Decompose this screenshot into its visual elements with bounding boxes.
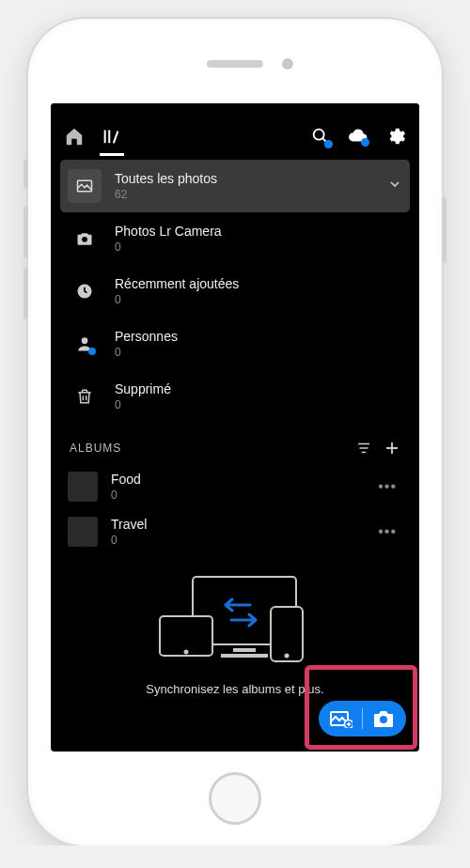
album-more-icon[interactable]: ••• bbox=[372, 478, 402, 495]
collection-lr-camera[interactable]: Photos Lr Camera 0 bbox=[60, 212, 410, 265]
collection-count: 0 bbox=[115, 240, 402, 254]
trash-icon bbox=[68, 380, 102, 413]
collection-deleted[interactable]: Supprimé 0 bbox=[60, 370, 410, 423]
phone-speaker bbox=[207, 60, 263, 68]
collection-title: Récemment ajoutées bbox=[115, 276, 402, 291]
svg-point-9 bbox=[184, 650, 189, 655]
app-screen: Toutes les photos 62 Photos Lr Camera 0 bbox=[51, 103, 419, 752]
sort-icon[interactable] bbox=[355, 440, 372, 457]
album-title: Travel bbox=[111, 517, 359, 532]
chevron-down-icon[interactable] bbox=[387, 177, 402, 195]
content-area: Toutes les photos 62 Photos Lr Camera 0 bbox=[51, 154, 419, 752]
sync-illustration bbox=[150, 571, 320, 674]
svg-point-4 bbox=[82, 337, 88, 344]
phone-front-camera bbox=[282, 58, 293, 70]
image-icon bbox=[68, 169, 102, 203]
home-button[interactable] bbox=[209, 772, 261, 825]
camera-icon bbox=[68, 222, 102, 256]
collection-recent[interactable]: Récemment ajoutées 0 bbox=[60, 265, 410, 318]
clock-icon bbox=[68, 274, 102, 308]
svg-point-14 bbox=[380, 716, 387, 723]
albums-section-header: ALBUMS bbox=[60, 423, 410, 464]
collection-title: Supprimé bbox=[115, 381, 402, 396]
person-icon bbox=[68, 327, 102, 361]
home-icon[interactable] bbox=[64, 126, 85, 147]
collection-count: 0 bbox=[115, 398, 402, 411]
album-food[interactable]: Food 0 ••• bbox=[60, 464, 410, 509]
phone-frame: Toutes les photos 62 Photos Lr Camera 0 bbox=[28, 19, 442, 845]
album-count: 0 bbox=[111, 488, 359, 502]
album-thumbnail bbox=[68, 517, 98, 547]
status-bar bbox=[51, 103, 419, 116]
svg-point-11 bbox=[285, 654, 290, 659]
library-icon[interactable] bbox=[102, 126, 122, 147]
collection-title: Personnes bbox=[115, 329, 402, 344]
collection-people[interactable]: Personnes 0 bbox=[60, 318, 410, 370]
volume-down bbox=[24, 268, 28, 319]
top-bar bbox=[51, 116, 419, 154]
svg-point-2 bbox=[82, 237, 87, 242]
collection-title: Toutes les photos bbox=[115, 171, 374, 186]
collection-count: 0 bbox=[115, 293, 402, 306]
albums-label: ALBUMS bbox=[70, 442, 344, 455]
collection-title: Photos Lr Camera bbox=[115, 224, 402, 239]
mute-switch bbox=[24, 160, 28, 188]
add-fab bbox=[319, 701, 406, 736]
power-button bbox=[442, 197, 446, 263]
cloud-icon[interactable] bbox=[348, 126, 368, 147]
search-icon[interactable] bbox=[310, 126, 331, 147]
svg-point-0 bbox=[314, 130, 324, 140]
album-title: Food bbox=[111, 472, 359, 487]
collection-count: 62 bbox=[115, 188, 374, 201]
settings-icon[interactable] bbox=[385, 126, 406, 147]
add-album-icon[interactable] bbox=[384, 440, 400, 457]
fab-divider bbox=[362, 708, 363, 729]
volume-up bbox=[24, 207, 28, 258]
svg-rect-7 bbox=[221, 654, 268, 658]
svg-rect-6 bbox=[233, 648, 256, 652]
album-travel[interactable]: Travel 0 ••• bbox=[60, 509, 410, 554]
camera-capture-icon[interactable] bbox=[372, 709, 395, 728]
album-thumbnail bbox=[68, 472, 98, 502]
svg-rect-10 bbox=[271, 607, 303, 661]
album-count: 0 bbox=[111, 534, 359, 547]
add-photo-icon[interactable] bbox=[330, 709, 352, 728]
album-more-icon[interactable]: ••• bbox=[372, 523, 402, 540]
collection-count: 0 bbox=[115, 346, 402, 359]
collection-all-photos[interactable]: Toutes les photos 62 bbox=[60, 160, 410, 212]
